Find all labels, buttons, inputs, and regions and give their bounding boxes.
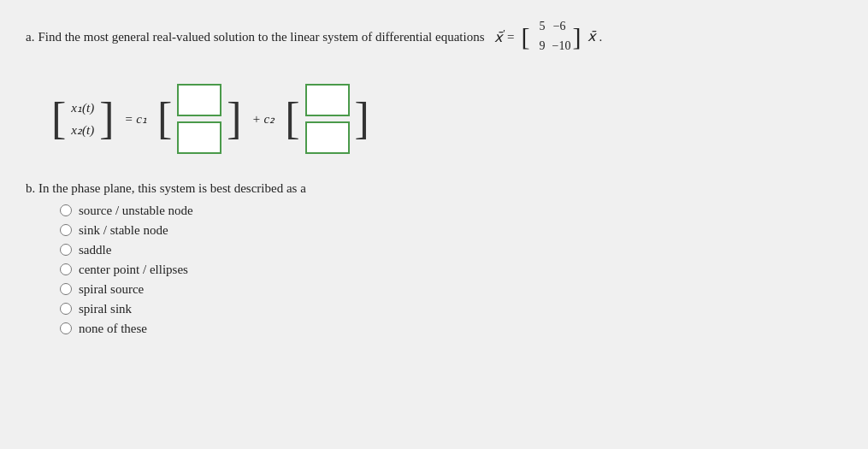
option-spiral-sink[interactable]: spiral sink: [60, 301, 842, 317]
option-saddle[interactable]: saddle: [60, 242, 842, 258]
matrix-row-1: 5 −6: [532, 17, 571, 36]
matrix-left-bracket: [: [522, 25, 530, 48]
option-none-of-these-label: none of these: [79, 322, 147, 336]
m12: −6: [552, 17, 566, 36]
av2-right-bracket: ]: [355, 100, 369, 138]
radio-spiral-sink[interactable]: [60, 303, 72, 315]
coefficient-matrix: [ 5 −6 9 −10 ]: [522, 17, 582, 56]
equals-c1: = c₁: [124, 111, 147, 127]
option-spiral-source-label: spiral source: [79, 282, 144, 297]
av2-boxes: [302, 82, 353, 156]
radio-options: source / unstable node sink / stable nod…: [60, 203, 842, 337]
av1-right-bracket: ]: [227, 100, 241, 138]
option-spiral-sink-label: spiral sink: [79, 302, 132, 316]
x2t-label: x₂(t): [71, 122, 94, 138]
m22: −10: [552, 37, 571, 56]
av2-left-bracket: [: [285, 100, 299, 138]
part-a-label: a.: [26, 27, 34, 47]
answer-box-2-top[interactable]: [305, 84, 350, 116]
m11: 5: [532, 17, 546, 36]
problem-b-intro: In the phase plane, this system is best …: [38, 181, 306, 195]
answer-box-1-bottom[interactable]: [177, 121, 221, 154]
matrix-right-bracket: ]: [572, 25, 581, 48]
equals-sign: =: [507, 27, 514, 47]
period: .: [599, 27, 602, 47]
m21: 9: [532, 37, 546, 56]
radio-spiral-source[interactable]: [60, 283, 72, 295]
answer-box-1-top[interactable]: [177, 84, 221, 116]
lhs-vector: [ x₁(t) x₂(t) ]: [51, 97, 114, 141]
plus-c2: + c₂: [252, 111, 275, 127]
radio-none-of-these[interactable]: [60, 322, 72, 334]
solution-row: [ x₁(t) x₂(t) ] = c₁ [ ] + c₂ [ ]: [51, 82, 842, 156]
option-center-point-label: center point / ellipses: [79, 263, 188, 277]
radio-sink-stable[interactable]: [60, 224, 72, 236]
lhs-left-bracket: [: [51, 100, 66, 138]
av1-boxes: [174, 82, 225, 156]
problem-b-text: b. In the phase plane, this system is be…: [26, 181, 842, 196]
problem-a-text: Find the most general real-valued soluti…: [38, 27, 484, 47]
option-saddle-label: saddle: [79, 243, 111, 257]
option-sink-stable[interactable]: sink / stable node: [60, 222, 842, 239]
equation-lhs: x̄′ =: [494, 25, 514, 49]
matrix-row-2: 9 −10: [532, 37, 571, 56]
radio-center-point[interactable]: [60, 263, 72, 275]
problem-a-container: a. Find the most general real-valued sol…: [26, 17, 842, 56]
option-source-unstable-label: source / unstable node: [79, 204, 193, 218]
option-source-unstable[interactable]: source / unstable node: [60, 203, 842, 219]
option-none-of-these[interactable]: none of these: [60, 321, 842, 337]
lhs-vector-content: x₁(t) x₂(t): [66, 97, 99, 141]
x-vec-rhs: x̄: [588, 26, 595, 48]
answer-vector-2: [ ]: [285, 82, 369, 156]
answer-vector-1: [ ]: [157, 82, 242, 156]
radio-saddle[interactable]: [60, 244, 72, 256]
radio-source-unstable[interactable]: [60, 204, 72, 216]
option-sink-stable-label: sink / stable node: [79, 223, 168, 238]
x1t-label: x₁(t): [71, 100, 94, 115]
answer-box-2-bottom[interactable]: [305, 121, 350, 154]
lhs-right-bracket: ]: [99, 100, 114, 138]
av1-left-bracket: [: [157, 100, 172, 138]
option-center-point[interactable]: center point / ellipses: [60, 262, 842, 278]
problem-b-container: b. In the phase plane, this system is be…: [26, 181, 842, 337]
option-spiral-source[interactable]: spiral source: [60, 281, 842, 298]
part-b-label: b.: [26, 181, 35, 195]
x-vec-prime: x̄′: [494, 25, 505, 49]
matrix-values: 5 −6 9 −10: [530, 17, 573, 56]
